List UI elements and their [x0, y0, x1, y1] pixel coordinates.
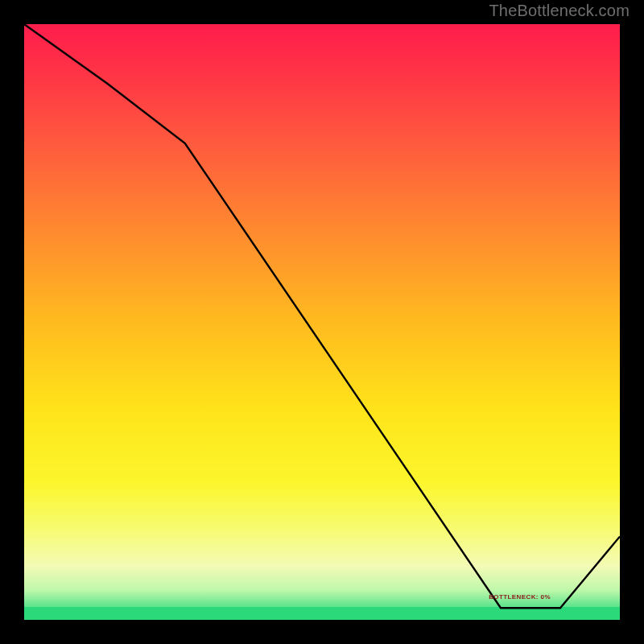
plot-area: BOTTLENECK: 0%: [24, 24, 620, 620]
bottleneck-zero-annotation: BOTTLENECK: 0%: [489, 593, 551, 601]
curve-layer: [24, 24, 620, 620]
watermark-text: TheBottleneck.com: [489, 2, 630, 20]
bottleneck-curve: [24, 24, 620, 608]
chart-frame: TheBottleneck.com BOTTLENECK: 0%: [0, 0, 644, 644]
